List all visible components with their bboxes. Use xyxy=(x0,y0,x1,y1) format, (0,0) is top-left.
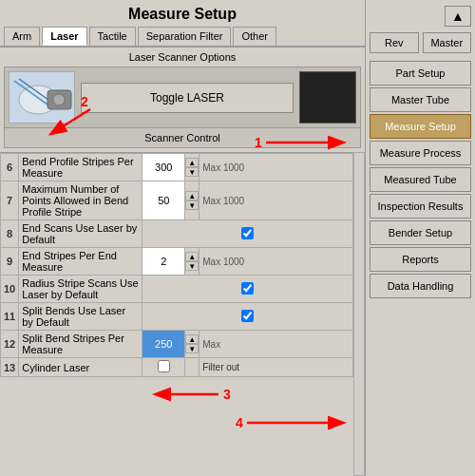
row-number: 9 xyxy=(1,248,19,276)
row-value[interactable]: 300 xyxy=(142,154,185,181)
row-number: 10 xyxy=(1,276,19,303)
tab-other[interactable]: Other xyxy=(233,27,276,46)
nav-measure-setup[interactable]: Measure Setup xyxy=(370,114,471,139)
nav-reports[interactable]: Reports xyxy=(370,247,471,272)
table-row: 7 Maximum Number of Points Allowed in Be… xyxy=(1,181,353,220)
filter-out-label: Filter out xyxy=(200,358,353,377)
nav-master-tube[interactable]: Master Tube xyxy=(370,87,471,112)
laser-display xyxy=(299,71,356,124)
table-row: 10 Radius Stripe Scans Use Laser by Defa… xyxy=(1,276,353,303)
checkbox-cell xyxy=(142,220,353,248)
tab-arm[interactable]: Arm xyxy=(4,27,40,46)
max-label: Max 1000 xyxy=(200,181,353,220)
row-label: Split Bend Stripes Per Measure xyxy=(19,331,142,358)
checkbox-input[interactable] xyxy=(241,282,254,295)
spinner-down-btn[interactable]: ▼ xyxy=(185,167,199,177)
settings-table-area: 6 Bend Profile Stripes Per Measure 300 ▲… xyxy=(0,152,353,476)
row-number: 8 xyxy=(1,220,19,248)
scanner-section-label: Laser Scanner Options xyxy=(4,51,361,63)
page-title: Measure Setup xyxy=(0,0,365,27)
table-row: 8 End Scans Use Laser by Default xyxy=(1,220,353,248)
tabs-row: Arm Laser Tactile Separation Filter Othe… xyxy=(0,27,365,48)
spinner xyxy=(185,358,200,377)
nav-data-handling[interactable]: Data Handling xyxy=(370,274,471,298)
row-number: 11 xyxy=(1,303,19,331)
spinner-up-btn[interactable]: ▲ xyxy=(185,252,199,261)
table-row: 6 Bend Profile Stripes Per Measure 300 ▲… xyxy=(1,154,353,181)
scanner-inner: Toggle LASER xyxy=(4,67,361,128)
settings-table-container: 6 Bend Profile Stripes Per Measure 300 ▲… xyxy=(0,152,365,476)
nav-measured-tube[interactable]: Measured Tube xyxy=(370,167,471,192)
settings-table: 6 Bend Profile Stripes Per Measure 300 ▲… xyxy=(0,153,353,377)
table-row: 13 Cylinder Laser Filter out xyxy=(1,358,353,377)
spinner-up-btn[interactable]: ▲ xyxy=(185,158,199,167)
row-number: 12 xyxy=(1,331,19,358)
laser-image xyxy=(9,71,75,124)
checkbox-cell xyxy=(142,276,353,303)
right-nav: Part Setup Master Tube Measure Setup Mea… xyxy=(366,57,475,302)
row-label: Split Bends Use Laser by Default xyxy=(19,303,142,331)
row-number: 7 xyxy=(1,181,19,220)
row-label: Radius Stripe Scans Use Laser by Default xyxy=(19,276,142,303)
right-panel: ▲ Rev Master Part Setup Master Tube Meas… xyxy=(366,0,475,476)
spinner[interactable]: ▲ ▼ xyxy=(185,181,200,220)
max-label: Max 1000 xyxy=(200,248,353,276)
spinner-up-btn[interactable]: ▲ xyxy=(185,334,199,344)
max-label: Max xyxy=(200,331,353,358)
row-value[interactable]: 2 xyxy=(142,248,185,276)
tab-separation-filter[interactable]: Separation Filter xyxy=(138,27,232,46)
laser-image-inner xyxy=(10,72,74,123)
checkbox-input[interactable] xyxy=(241,310,254,322)
tab-tactile[interactable]: Tactile xyxy=(89,27,136,46)
nav-measure-process[interactable]: Measure Process xyxy=(370,141,471,165)
toggle-laser-button[interactable]: Toggle LASER xyxy=(81,83,294,113)
table-row: 9 End Stripes Per End Measure 2 ▲ ▼ Max … xyxy=(1,248,353,276)
row-number: 6 xyxy=(1,154,19,181)
spinner-down-btn[interactable]: ▼ xyxy=(185,344,199,353)
spinner[interactable]: ▲ ▼ xyxy=(185,331,200,358)
row-label: Maximum Number of Points Allowed in Bend… xyxy=(19,181,142,220)
spinner[interactable]: ▲ ▼ xyxy=(185,248,200,276)
nav-up-arrow[interactable]: ▲ xyxy=(445,6,471,27)
row-label: Cylinder Laser xyxy=(19,358,142,377)
svg-point-5 xyxy=(53,94,65,105)
checkbox-cell xyxy=(142,303,353,331)
spinner-up[interactable]: ▲ ▼ xyxy=(185,154,200,181)
row-label: End Scans Use Laser by Default xyxy=(19,220,142,248)
table-row: 11 Split Bends Use Laser by Default xyxy=(1,303,353,331)
scanner-control-label: Scanner Control xyxy=(4,128,361,148)
tab-laser[interactable]: Laser xyxy=(42,27,86,46)
scrollbar[interactable] xyxy=(353,152,365,476)
spinner-up-btn[interactable]: ▲ xyxy=(185,191,199,200)
checkbox-input[interactable] xyxy=(241,227,254,239)
row-value[interactable]: 50 xyxy=(142,181,185,220)
row-number: 13 xyxy=(1,358,19,377)
right-top-buttons: Rev Master xyxy=(366,27,475,57)
row-label: Bend Profile Stripes Per Measure xyxy=(19,154,142,181)
row-label: End Stripes Per End Measure xyxy=(19,248,142,276)
row-value-blue[interactable]: 250 xyxy=(142,331,185,358)
nav-inspection-results[interactable]: Inspection Results xyxy=(370,194,471,219)
nav-part-setup[interactable]: Part Setup xyxy=(370,61,471,86)
checkbox-input[interactable] xyxy=(158,360,170,372)
spinner-down-btn[interactable]: ▼ xyxy=(185,261,199,271)
table-row: 12 Split Bend Stripes Per Measure 250 ▲ … xyxy=(1,331,353,358)
master-button[interactable]: Master xyxy=(423,32,472,53)
spinner-down-btn[interactable]: ▼ xyxy=(185,200,199,210)
scanner-section: Laser Scanner Options xyxy=(0,48,365,152)
rev-button[interactable]: Rev xyxy=(370,32,419,53)
nav-bender-setup[interactable]: Bender Setup xyxy=(370,220,471,245)
checkbox-cell xyxy=(142,358,185,377)
max-label: Max 1000 xyxy=(200,154,353,181)
